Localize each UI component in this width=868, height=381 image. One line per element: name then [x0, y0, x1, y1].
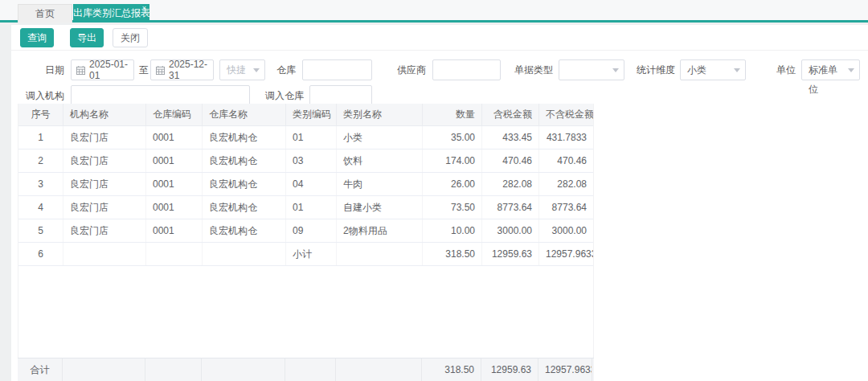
- table-cell: 良宏机构仓: [203, 173, 286, 195]
- footer-cell: [285, 358, 336, 381]
- table-cell: 8773.64: [539, 196, 593, 219]
- table-cell: 174.00: [423, 150, 482, 172]
- chevron-down-icon: [612, 68, 619, 72]
- footer-cell: 合计: [18, 358, 63, 381]
- table-cell: 良宏门店: [63, 219, 146, 242]
- table-cell: [63, 243, 146, 265]
- table-cell: 牛肉: [337, 173, 423, 195]
- warehouse-label: 仓库: [257, 59, 296, 80]
- unit-select[interactable]: 标准单位: [801, 59, 860, 80]
- table-cell: 良宏门店: [63, 173, 146, 195]
- table-cell: 0001: [146, 219, 203, 242]
- table-cell: 良宏机构仓: [203, 196, 286, 219]
- footer-cell: [63, 358, 145, 381]
- table-cell: [146, 243, 203, 265]
- quick-range-value: 快捷: [227, 64, 246, 76]
- table-cell: 1: [18, 126, 63, 149]
- table-cell: 0001: [146, 126, 203, 149]
- footer-cell: 12959.63: [481, 358, 538, 381]
- table-row[interactable]: 1良宏门店0001良宏机构仓01小类35.00433.45431.7833: [18, 126, 593, 150]
- date-label: 日期: [29, 59, 64, 80]
- table-cell: [203, 243, 286, 265]
- column-header: 仓库编码: [146, 104, 203, 125]
- table-cell: 09: [286, 219, 337, 242]
- stat-dimension-label: 统计维度: [635, 59, 675, 80]
- stat-dimension-select[interactable]: 小类: [680, 59, 746, 80]
- column-header: 仓库名称: [203, 104, 286, 125]
- table-cell: 3: [18, 173, 63, 195]
- footer-cell: 12957.9633: [538, 358, 592, 381]
- filter-bar: 日期 2025-01-01 至 2025-12-31: [11, 51, 868, 104]
- table-cell: 饮料: [337, 150, 423, 172]
- table-cell: 良宏门店: [63, 150, 146, 172]
- table-cell: 282.08: [539, 173, 593, 195]
- date-from-input[interactable]: 2025-01-01: [71, 59, 134, 80]
- column-header: 机构名称: [63, 104, 146, 125]
- table-cell: 0001: [146, 173, 203, 195]
- column-header: 不含税金额: [539, 104, 593, 125]
- table-cell: 3000.00: [482, 219, 539, 242]
- column-header: 数量: [423, 104, 482, 125]
- unit-label: 单位: [773, 59, 796, 80]
- table-cell: 03: [286, 150, 337, 172]
- tab-bar: 首页 出库类别汇总报表 ×: [0, 0, 868, 23]
- doc-type-label: 单据类型: [513, 59, 553, 80]
- doc-type-select[interactable]: [559, 59, 624, 80]
- table-cell: 6: [18, 243, 63, 265]
- table-row[interactable]: 2良宏门店0001良宏机构仓03饮料174.00470.46470.46: [18, 150, 593, 173]
- table-cell: 自建小类: [337, 196, 423, 219]
- tab-label: 出库类别汇总报表: [73, 7, 150, 18]
- table-row[interactable]: 3良宏门店0001良宏机构仓04牛肉26.00282.08282.08: [18, 173, 593, 196]
- report-table: 序号机构名称仓库编码仓库名称类别编码类别名称数量含税金额不含税金额 1良宏门店0…: [18, 104, 594, 381]
- footer-cell: 318.50: [422, 358, 481, 381]
- supplier-label: 供应商: [387, 59, 426, 80]
- table-cell: 10.00: [423, 219, 482, 242]
- calendar-icon: [156, 66, 165, 75]
- table-cell: 小类: [337, 126, 423, 149]
- toolbar: 查询 导出 关闭: [11, 25, 868, 51]
- column-header: 类别名称: [337, 104, 423, 125]
- column-header: 含税金额: [482, 104, 539, 125]
- table-cell: 4: [18, 196, 63, 219]
- table-cell: 433.45: [482, 126, 539, 149]
- table-cell: 2: [18, 150, 63, 172]
- table-cell: 431.7833: [539, 126, 593, 149]
- table-row[interactable]: 4良宏门店0001良宏机构仓01自建小类73.508773.648773.64: [18, 196, 593, 219]
- table-cell: [337, 243, 423, 265]
- table-cell: 318.50: [423, 243, 482, 265]
- table-cell: 470.46: [539, 150, 593, 172]
- table-total-row: 合计318.5012959.6312957.9633: [18, 358, 594, 381]
- close-icon[interactable]: ×: [142, 4, 146, 13]
- table-cell: 01: [286, 126, 337, 149]
- export-button[interactable]: 导出: [70, 28, 104, 47]
- table-cell: 良宏门店: [63, 196, 146, 219]
- table-cell: 0001: [146, 150, 203, 172]
- table-cell: 35.00: [423, 126, 482, 149]
- table-cell: 3000.00: [539, 219, 593, 242]
- table-cell: 良宏门店: [63, 126, 146, 149]
- table-cell: 470.46: [482, 150, 539, 172]
- table-cell: 01: [286, 196, 337, 219]
- query-button[interactable]: 查询: [20, 28, 54, 47]
- tab-report-active[interactable]: 出库类别汇总报表 ×: [73, 4, 149, 23]
- chevron-down-icon: [734, 68, 740, 72]
- table-row[interactable]: 5良宏门店0001良宏机构仓092物料用品10.003000.003000.00: [18, 219, 593, 243]
- table-cell: 良宏机构仓: [203, 150, 286, 172]
- chevron-down-icon: [848, 68, 854, 72]
- calendar-icon: [76, 66, 85, 75]
- date-to-value: 2025-12-31: [169, 59, 208, 81]
- close-button[interactable]: 关闭: [113, 28, 148, 47]
- table-cell: 良宏机构仓: [203, 219, 286, 242]
- footer-cell: [202, 358, 285, 381]
- table-cell: 8773.64: [482, 196, 539, 219]
- warehouse-input[interactable]: [302, 59, 372, 80]
- footer-cell: [336, 358, 422, 381]
- table-cell: 5: [18, 219, 63, 242]
- tab-home[interactable]: 首页: [18, 4, 72, 23]
- unit-value: 标准单位: [809, 64, 837, 95]
- table-row[interactable]: 6小计318.5012959.6312957.9633: [18, 243, 593, 266]
- table-cell: 2物料用品: [337, 219, 423, 242]
- supplier-input[interactable]: [432, 59, 501, 80]
- date-to-input[interactable]: 2025-12-31: [150, 59, 214, 80]
- footer-cell: [145, 358, 202, 381]
